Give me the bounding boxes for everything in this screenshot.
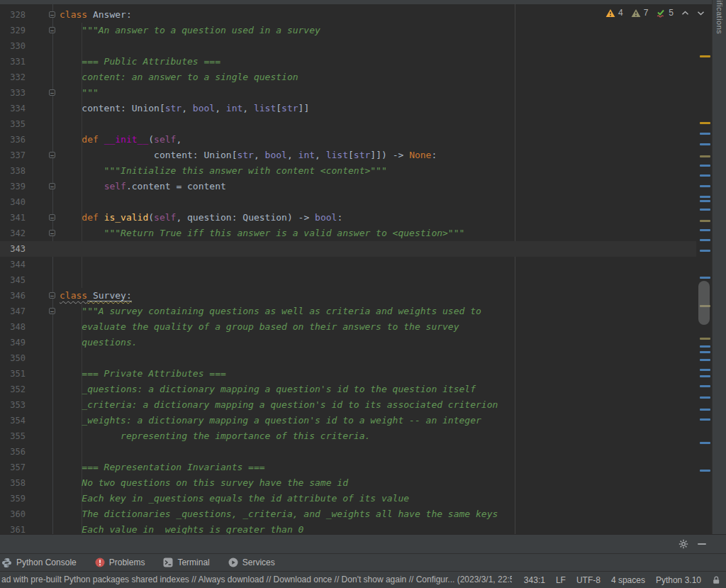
stripe-marker[interactable]: [700, 385, 710, 387]
status-encoding[interactable]: UTF-8: [576, 575, 601, 585]
typo-indicator[interactable]: 5: [656, 8, 674, 18]
code-line[interactable]: 336 def __init__(self,: [0, 132, 696, 148]
status-message[interactable]: ad with pre-built Python packages shared…: [1, 572, 512, 588]
fold-marker-up[interactable]: −: [49, 89, 55, 96]
toolwindow-button-notifications[interactable]: tifications: [715, 0, 724, 34]
status-indent[interactable]: 4 spaces: [611, 575, 645, 585]
code-line[interactable]: 335: [0, 116, 696, 132]
code-line[interactable]: 356: [0, 444, 696, 460]
fold-marker-down[interactable]: −: [49, 27, 55, 33]
fold-marker-down[interactable]: −: [49, 11, 55, 18]
stripe-marker[interactable]: [700, 133, 710, 135]
stripe-marker[interactable]: [700, 239, 710, 241]
stripe-marker[interactable]: [700, 345, 710, 348]
stripe-marker[interactable]: [700, 220, 710, 222]
stripe-marker[interactable]: [700, 209, 710, 211]
code-editor[interactable]: 328−class Answer:329− """An answer to a …: [0, 4, 696, 534]
code-line[interactable]: 357 === Representation Invariants ===: [0, 460, 696, 475]
warning-indicator[interactable]: 4: [605, 8, 623, 18]
stripe-marker[interactable]: [700, 442, 710, 444]
stripe-marker[interactable]: [700, 359, 710, 361]
code-line[interactable]: 338 """Initialize this answer with conte…: [0, 163, 696, 179]
code-line[interactable]: 348 evaluate the quality of a group base…: [0, 319, 696, 335]
stripe-marker[interactable]: [700, 185, 710, 187]
code-line[interactable]: 350: [0, 350, 696, 366]
warning-icon: [605, 9, 615, 18]
token: def: [60, 212, 104, 223]
toolwindow-button-python-console[interactable]: Python Console: [1, 558, 77, 568]
code-line[interactable]: 332 content: an answer to a single quest…: [0, 70, 696, 85]
stripe-marker[interactable]: [700, 409, 710, 411]
code-line[interactable]: 340: [0, 194, 696, 210]
code-line[interactable]: 347− """A survey containing questions as…: [0, 304, 696, 319]
line-number: 330: [0, 38, 26, 54]
code-line[interactable]: 330: [0, 38, 696, 54]
stripe-marker[interactable]: [700, 396, 710, 399]
code-line[interactable]: 359 Each key in _questions equals the id…: [0, 491, 696, 506]
stripe-marker[interactable]: [700, 277, 710, 279]
stripe-marker[interactable]: [700, 369, 710, 371]
stripe-marker[interactable]: [700, 351, 710, 353]
code-line[interactable]: 355 representing the importance of this …: [0, 428, 696, 444]
stripe-marker[interactable]: [700, 196, 710, 198]
code-line[interactable]: 360 The dictionaries _questions, _criter…: [0, 506, 696, 522]
stripe-marker[interactable]: [700, 229, 710, 231]
code-line[interactable]: 361 Each value in _weights is greater th…: [0, 522, 696, 534]
code-line[interactable]: 334 content: Union[str, bool, int, list[…: [0, 101, 696, 116]
status-line-separator[interactable]: LF: [556, 575, 566, 585]
stripe-marker[interactable]: [700, 200, 710, 202]
error-stripe[interactable]: [696, 4, 712, 534]
status-interpreter[interactable]: Python 3.10: [656, 575, 701, 585]
code-line[interactable]: 341− def is_valid(self, question: Questi…: [0, 210, 696, 226]
status-caret-position[interactable]: 343:1: [524, 575, 545, 585]
code-line[interactable]: 333− """: [0, 85, 696, 101]
stripe-marker[interactable]: [700, 338, 710, 340]
code-line[interactable]: 351 === Private Attributes ===: [0, 366, 696, 382]
code-text: Each value in _weights is greater than 0: [60, 522, 303, 534]
stripe-marker[interactable]: [700, 470, 710, 472]
toolwindow-button-problems[interactable]: Problems: [95, 558, 145, 567]
code-line[interactable]: 344: [0, 257, 696, 272]
fold-marker-down[interactable]: −: [49, 308, 55, 314]
stripe-marker[interactable]: [700, 122, 710, 124]
stripe-marker[interactable]: [700, 143, 710, 145]
code-line[interactable]: 331 === Public Attributes ===: [0, 54, 696, 70]
code-line[interactable]: 354 _weights: a dictionary mapping a que…: [0, 413, 696, 428]
fold-marker-down[interactable]: −: [49, 214, 55, 221]
stripe-marker[interactable]: [700, 375, 710, 377]
next-issue-button[interactable]: [697, 11, 705, 16]
fold-marker-up[interactable]: −: [49, 183, 55, 189]
code-line[interactable]: 353 _criteria: a dictionary mapping a qu…: [0, 397, 696, 413]
code-line[interactable]: 345: [0, 272, 696, 288]
minimize-icon[interactable]: [698, 539, 706, 549]
toolwindow-button-services[interactable]: Services: [228, 558, 275, 567]
code-line[interactable]: 358 No two questions on this survey have…: [0, 475, 696, 491]
code-line[interactable]: 349 questions.: [0, 335, 696, 350]
code-line[interactable]: 337− content: Union[str, bool, int, list…: [0, 148, 696, 163]
stripe-marker[interactable]: [700, 155, 710, 157]
stripe-marker[interactable]: [700, 55, 710, 57]
stripe-marker[interactable]: [700, 174, 710, 177]
lock-icon[interactable]: [712, 575, 720, 584]
code-line[interactable]: 352 _questions: a dictionary mapping a q…: [0, 382, 696, 397]
stripe-marker[interactable]: [700, 418, 710, 421]
python-icon: [1, 558, 12, 568]
stripe-marker[interactable]: [700, 250, 710, 252]
code-line[interactable]: 346−class Survey:: [0, 288, 696, 304]
code-line[interactable]: 329− """An answer to a question used in …: [0, 23, 696, 38]
stripe-marker[interactable]: [700, 165, 710, 167]
code-line[interactable]: 342− """Return True iff this answer is a…: [0, 226, 696, 241]
code-line[interactable]: 339− self.content = content: [0, 179, 696, 194]
weak-warning-indicator[interactable]: 7: [631, 8, 649, 18]
toolwindow-button-terminal[interactable]: Terminal: [163, 558, 209, 567]
code-line[interactable]: 343: [0, 241, 696, 257]
prev-issue-button[interactable]: [681, 11, 689, 16]
line-number: 352: [0, 382, 26, 397]
gear-icon[interactable]: [678, 539, 688, 549]
fold-marker-down[interactable]: −: [49, 292, 55, 299]
fold-marker-up[interactable]: −: [49, 230, 55, 236]
scrollbar-thumb[interactable]: [698, 281, 710, 325]
fold-marker-down[interactable]: −: [49, 152, 55, 158]
token: ,: [315, 150, 326, 160]
code-line[interactable]: 328−class Answer:: [0, 7, 696, 23]
